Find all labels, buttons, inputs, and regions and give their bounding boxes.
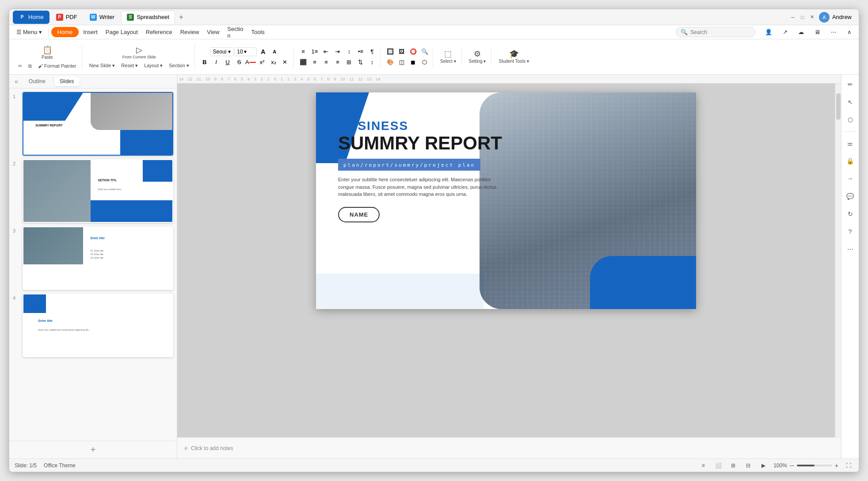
subscript-button[interactable]: x₂: [268, 57, 279, 67]
direction-button[interactable]: ⇅: [355, 57, 366, 67]
tab-pdf[interactable]: P PDF: [50, 11, 83, 24]
slides-tab[interactable]: Slides: [54, 76, 80, 86]
more-para-button[interactable]: ¶: [367, 47, 377, 57]
zoom-button[interactable]: 🔍: [419, 47, 430, 57]
effects-button[interactable]: ⬡: [419, 57, 430, 67]
add-tab-button[interactable]: +: [176, 12, 187, 23]
superscript-button[interactable]: x²: [257, 57, 267, 67]
notes-placeholder[interactable]: Click to add notes: [191, 445, 233, 451]
screen-icon[interactable]: 🖥: [811, 27, 824, 37]
bullet-list-button[interactable]: ≡: [298, 47, 308, 57]
font-selector[interactable]: Seoui ▾: [210, 47, 234, 56]
minimize-button[interactable]: ─: [790, 14, 796, 20]
cursor-icon[interactable]: ↖: [844, 96, 857, 108]
list-view-icon[interactable]: ≡: [698, 461, 708, 470]
shrink-font-button[interactable]: A: [269, 47, 280, 57]
pencil-icon[interactable]: ✏: [844, 78, 857, 91]
numbered-list-button[interactable]: 1≡: [309, 47, 320, 57]
panel-collapse-button[interactable]: «: [13, 77, 20, 86]
page-layout-menu-item[interactable]: Page Layout: [102, 27, 141, 37]
more-icon[interactable]: ⋯: [827, 27, 840, 37]
shapes-button[interactable]: ⭕: [408, 47, 419, 57]
maximize-button[interactable]: □: [799, 14, 806, 20]
tab-writer[interactable]: W Writer: [84, 11, 120, 24]
layout-button[interactable]: Layout ▾: [141, 62, 165, 69]
zoom-slider[interactable]: [797, 465, 832, 466]
tools-menu-item[interactable]: Tools: [247, 27, 268, 37]
notes-area[interactable]: ≡ Click to add notes: [177, 437, 841, 458]
font-color-button[interactable]: A: [245, 57, 256, 67]
reference-menu-item[interactable]: Reference: [142, 27, 176, 37]
line-spacing2-button[interactable]: ↕: [367, 57, 377, 67]
scroll-thumb[interactable]: [836, 93, 841, 120]
outline-tab[interactable]: Outline: [23, 76, 51, 86]
student-tools-button[interactable]: 🎓 Student Tools ▾: [496, 48, 531, 65]
section-button[interactable]: Section ▾: [166, 62, 192, 69]
columns-button[interactable]: ⊞: [344, 57, 354, 67]
format-painter-button[interactable]: 🖌 Format Painter: [35, 62, 79, 69]
vertical-scrollbar[interactable]: [835, 84, 841, 437]
section-menu-item[interactable]: Section: [224, 24, 247, 41]
justify-button[interactable]: ≡: [332, 57, 343, 67]
cloud-icon[interactable]: ☁: [795, 27, 807, 37]
underline-button[interactable]: U: [222, 57, 233, 67]
review-menu-item[interactable]: Review: [177, 27, 203, 37]
slide-thumb-4[interactable]: Enter title Enter your subtitle here con…: [23, 294, 173, 357]
grid-view-icon[interactable]: ⊞: [728, 461, 738, 470]
shapes-icon[interactable]: ⬡: [844, 114, 857, 126]
paste-button[interactable]: 📋 Paste: [39, 44, 56, 61]
lock-icon[interactable]: 🔒: [844, 155, 857, 167]
close-button[interactable]: ✕: [809, 14, 815, 20]
draw-fill-button[interactable]: 🎨: [385, 57, 396, 67]
from-current-button[interactable]: ▷ From Current Slide: [120, 44, 159, 61]
setting-button[interactable]: ⚙ Setting ▾: [466, 48, 489, 65]
fullscreen-icon[interactable]: ⛶: [844, 461, 853, 470]
align-right-button[interactable]: ≡: [321, 57, 331, 67]
tab-spreadsheet[interactable]: S Spreadsheet: [121, 11, 175, 24]
search-box[interactable]: 🔍: [676, 27, 755, 37]
decrease-indent-button[interactable]: ⇤: [321, 47, 331, 57]
add-slide-button[interactable]: +: [9, 441, 177, 458]
copy-button[interactable]: ⧉: [26, 62, 34, 70]
italic-button[interactable]: I: [211, 57, 221, 67]
grow-font-button[interactable]: A: [258, 47, 268, 57]
share-right-icon[interactable]: ↻: [844, 208, 857, 220]
normal-view-icon[interactable]: ⬜: [713, 461, 723, 470]
line-spacing-button[interactable]: ↕: [344, 47, 354, 57]
slide-thumb-1[interactable]: BUSINESS SUMMRY REPORT: [23, 92, 173, 156]
list-item[interactable]: 4 Enter title Enter your subtitle here c…: [13, 294, 173, 357]
more-right-icon[interactable]: ⋯: [844, 243, 857, 256]
insert-menu-item[interactable]: Insert: [80, 27, 101, 37]
notes-view-icon[interactable]: ⊟: [743, 461, 753, 470]
shadow-button[interactable]: ◼: [408, 57, 419, 67]
select-button[interactable]: ⬚ Select ▾: [438, 48, 459, 65]
filter-icon[interactable]: ⚌: [844, 137, 857, 149]
picture-button[interactable]: 🖼: [396, 47, 407, 57]
zoom-plus-button[interactable]: +: [835, 462, 838, 469]
user-icon[interactable]: 👤: [761, 27, 776, 37]
list-item[interactable]: 2 SETION TITL Enter your subtitle here..…: [13, 159, 173, 223]
help-icon[interactable]: ?: [844, 225, 857, 238]
reset-button[interactable]: Reset ▾: [118, 62, 141, 69]
comment-icon[interactable]: 💬: [844, 190, 857, 202]
list-item[interactable]: 3 Enter title 01. Enter title02. Enter t…: [13, 226, 173, 290]
align-center-button[interactable]: ≡: [309, 57, 320, 67]
home-menu-item[interactable]: Home: [51, 27, 79, 37]
slide-thumb-2[interactable]: SETION TITL Enter your subtitle here...: [23, 159, 173, 223]
increase-indent-button[interactable]: ⇥: [332, 47, 343, 57]
canvas-scroll[interactable]: BUSINESS SUMMRY REPORT plan/report/summr…: [177, 84, 835, 437]
share-icon[interactable]: ↗: [779, 27, 791, 37]
border-button[interactable]: ◫: [396, 57, 407, 67]
clear-format-button[interactable]: ✕: [280, 57, 290, 67]
arrow-right-icon[interactable]: →: [844, 172, 857, 185]
tab-presentation[interactable]: P Home: [13, 11, 49, 24]
view-menu-item[interactable]: View: [203, 27, 223, 37]
new-slide-button[interactable]: New Slide ▾: [87, 62, 118, 69]
shape-fill-button[interactable]: 🔲: [385, 47, 396, 57]
collapse-icon[interactable]: ∧: [844, 27, 855, 37]
bold-button[interactable]: B: [199, 57, 210, 67]
list-item[interactable]: 1 BUSINESS SUMMRY REPORT: [13, 92, 173, 156]
search-input[interactable]: [690, 29, 748, 35]
strikethrough-button[interactable]: S: [234, 57, 244, 67]
slideshow-icon[interactable]: ▶: [758, 461, 768, 470]
